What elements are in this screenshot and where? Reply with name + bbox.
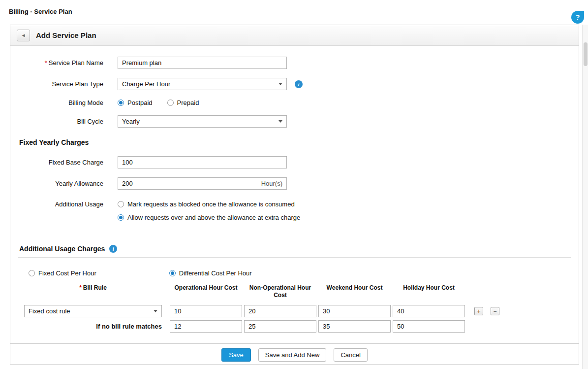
- bill-rule-row: Fixed cost rule + −: [24, 305, 579, 317]
- back-arrow-icon: ◄: [21, 33, 26, 38]
- row-actions: + −: [474, 307, 499, 315]
- yearly-allowance-input[interactable]: [118, 177, 287, 190]
- radio-fixed-cost-label[interactable]: Fixed Cost Per Hour: [38, 269, 96, 277]
- non-operational-hour-cost-header: Non-Operational Hour Cost: [244, 284, 316, 299]
- panel-header: ◄ Add Service Plan: [10, 25, 579, 46]
- form-footer: Save Save and Add New Cancel: [10, 343, 579, 362]
- required-mark: *: [79, 284, 82, 291]
- fixed-base-charge-row: Fixed Base Charge: [10, 156, 579, 168]
- help-icon[interactable]: ?: [571, 11, 584, 24]
- add-row-button[interactable]: +: [474, 307, 483, 315]
- bill-cycle-value: Yearly: [122, 118, 140, 125]
- holiday-hour-cost-header: Holiday Hour Cost: [393, 284, 465, 292]
- radio-differential-cost-label[interactable]: Differential Cost Per Hour: [179, 269, 252, 277]
- chevron-down-icon: [279, 83, 282, 85]
- radio-blocked[interactable]: [118, 201, 124, 207]
- bill-rule-select[interactable]: Fixed cost rule: [24, 305, 162, 317]
- remove-row-button[interactable]: −: [491, 307, 499, 315]
- add-service-plan-panel: ◄ Add Service Plan *Service Plan Name Se…: [10, 25, 579, 365]
- yearly-allowance-label: Yearly Allowance: [10, 180, 118, 187]
- chevron-down-icon: [154, 310, 157, 312]
- cancel-button[interactable]: Cancel: [334, 348, 367, 362]
- operational-cost-input[interactable]: [170, 305, 242, 317]
- radio-differential-cost[interactable]: [169, 270, 176, 276]
- radio-postpaid-label[interactable]: Postpaid: [127, 99, 153, 106]
- section-divider: [18, 257, 571, 258]
- scrollbar-thumb[interactable]: [584, 42, 588, 66]
- fallback-weekend-cost-input[interactable]: [318, 320, 391, 333]
- section-divider: [18, 151, 571, 151]
- radio-extra-charge[interactable]: [118, 214, 124, 221]
- chevron-down-icon: [279, 120, 282, 123]
- cost-type-option-differential[interactable]: Differential Cost Per Hour: [169, 269, 252, 277]
- service-plan-type-info-icon[interactable]: i: [295, 80, 303, 88]
- required-mark: *: [45, 59, 47, 67]
- additional-usage-row: Additional Usage Mark requests as blocke…: [10, 201, 579, 221]
- billing-mode-option-prepaid[interactable]: Prepaid: [167, 99, 199, 106]
- service-plan-name-row: *Service Plan Name: [10, 57, 579, 69]
- save-button[interactable]: Save: [221, 348, 251, 362]
- bill-rule-header: *Bill Rule: [24, 284, 162, 292]
- holiday-cost-input[interactable]: [393, 305, 465, 317]
- page-title: Add Service Plan: [36, 31, 96, 39]
- service-plan-name-label: *Service Plan Name: [10, 59, 118, 67]
- yearly-allowance-wrap: Hour(s): [118, 177, 287, 190]
- bill-rule-value: Fixed cost rule: [29, 307, 70, 315]
- billing-mode-option-postpaid[interactable]: Postpaid: [118, 99, 153, 106]
- additional-usage-option-blocked[interactable]: Mark requests as blocked once the allowa…: [118, 201, 300, 208]
- radio-fixed-cost[interactable]: [29, 270, 35, 276]
- non-operational-cost-input[interactable]: [244, 305, 316, 317]
- fixed-base-charge-label: Fixed Base Charge: [10, 159, 118, 166]
- additional-usage-charges-heading: Additional Usage Charges i: [19, 245, 579, 253]
- fallback-holiday-cost-input[interactable]: [393, 320, 465, 333]
- back-button[interactable]: ◄: [17, 30, 30, 41]
- service-plan-type-row: Service Plan Type Charge Per Hour i: [10, 78, 579, 90]
- bill-cycle-row: Bill Cycle Yearly: [10, 115, 579, 128]
- bill-rule-table-header: *Bill Rule Operational Hour Cost Non-Ope…: [24, 284, 579, 299]
- fallback-operational-cost-input[interactable]: [170, 320, 242, 333]
- additional-usage-option-extra-charge[interactable]: Allow requests over and above the allowa…: [118, 214, 300, 221]
- operational-hour-cost-header: Operational Hour Cost: [170, 284, 242, 292]
- yearly-allowance-row: Yearly Allowance Hour(s): [10, 177, 579, 190]
- service-plan-type-select[interactable]: Charge Per Hour: [118, 78, 287, 90]
- billing-mode-label: Billing Mode: [10, 99, 118, 106]
- fallback-non-operational-cost-input[interactable]: [244, 320, 316, 333]
- bill-cycle-select[interactable]: Yearly: [118, 115, 287, 128]
- breadcrumb: Billing - Service Plan: [9, 8, 72, 15]
- cost-type-row: Fixed Cost Per Hour Differential Cost Pe…: [29, 269, 579, 277]
- radio-prepaid-label[interactable]: Prepaid: [177, 99, 199, 106]
- scrollbar-track[interactable]: [582, 25, 588, 369]
- service-plan-type-value: Charge Per Hour: [122, 80, 170, 88]
- additional-usage-label: Additional Usage: [10, 201, 118, 208]
- fixed-yearly-charges-heading: Fixed Yearly Charges: [19, 138, 579, 146]
- radio-prepaid[interactable]: [167, 100, 174, 106]
- service-plan-name-input[interactable]: [118, 57, 287, 69]
- fallback-rule-row: If no bill rule matches: [24, 320, 579, 333]
- save-and-add-new-button[interactable]: Save and Add New: [258, 348, 327, 362]
- bill-rule-table: *Bill Rule Operational Hour Cost Non-Ope…: [24, 284, 579, 333]
- radio-blocked-label[interactable]: Mark requests as blocked once the allowa…: [127, 201, 295, 208]
- weekend-cost-input[interactable]: [318, 305, 391, 317]
- billing-mode-row: Billing Mode Postpaid Prepaid: [10, 99, 579, 106]
- radio-extra-charge-label[interactable]: Allow requests over and above the allowa…: [127, 214, 300, 221]
- additional-usage-options: Mark requests as blocked once the allowa…: [118, 201, 300, 221]
- fallback-row-label: If no bill rule matches: [24, 323, 162, 330]
- cost-type-option-fixed[interactable]: Fixed Cost Per Hour: [29, 269, 96, 277]
- weekend-hour-cost-header: Weekend Hour Cost: [318, 284, 391, 292]
- fixed-base-charge-input[interactable]: [118, 156, 287, 168]
- service-plan-type-label: Service Plan Type: [10, 80, 118, 88]
- page: Billing - Service Plan ? ◄ Add Service P…: [0, 0, 588, 369]
- radio-postpaid[interactable]: [118, 100, 124, 106]
- additional-usage-charges-info-icon[interactable]: i: [109, 245, 117, 253]
- bill-cycle-label: Bill Cycle: [10, 118, 118, 125]
